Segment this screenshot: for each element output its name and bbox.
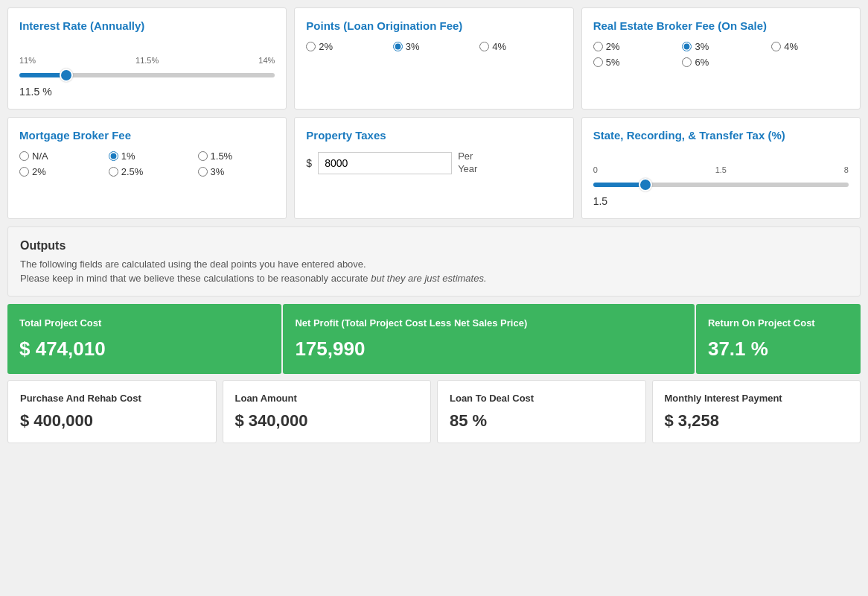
outputs-note-italic: but they are just estimates. — [371, 273, 486, 284]
transfer-tax-max-label: 8 — [844, 165, 849, 174]
property-tax-input[interactable] — [318, 152, 452, 174]
points-card: Points (Loan Origination Fee) 2% 3% 4% — [294, 7, 573, 110]
property-tax-input-group: $ PerYear — [306, 150, 561, 176]
points-option-3pct[interactable]: 3% — [393, 41, 475, 52]
points-radio-group: 2% 3% 4% — [306, 41, 561, 52]
mortgage-radio-1pct[interactable] — [109, 151, 118, 161]
points-option-2pct[interactable]: 2% — [306, 41, 388, 52]
net-profit-title: Net Profit (Total Project Cost Less Net … — [295, 317, 683, 330]
mortgage-option-2pct[interactable]: 2% — [19, 166, 97, 177]
loan-amount-title: Loan Amount — [235, 393, 419, 404]
broker-fee-radio-group: 2% 3% 4% 5% 6% — [593, 41, 849, 68]
mortgage-option-3pct[interactable]: 3% — [198, 166, 275, 177]
mortgage-broker-card: Mortgage Broker Fee N/A 1% 1.5% 2% — [7, 117, 287, 219]
loan-to-deal-title: Loan To Deal Cost — [450, 393, 634, 404]
broker-fee-option-2pct[interactable]: 2% — [593, 41, 671, 52]
mortgage-broker-title: Mortgage Broker Fee — [19, 129, 275, 142]
mortgage-option-2_5pct[interactable]: 2.5% — [109, 166, 186, 177]
broker-radio-4pct[interactable] — [771, 42, 781, 51]
green-cards-row: Total Project Cost $ 474,010 Net Profit … — [7, 304, 861, 374]
outputs-section: Outputs The following fields are calcula… — [7, 226, 861, 297]
interest-rate-slider-container: 11% 11.5% 14% — [19, 41, 275, 80]
monthly-interest-title: Monthly Interest Payment — [665, 393, 849, 404]
property-taxes-title: Property Taxes — [306, 129, 561, 142]
broker-fee-option-3pct[interactable]: 3% — [682, 41, 759, 52]
net-profit-value: 175,990 — [295, 337, 683, 361]
loan-amount-value: $ 340,000 — [235, 411, 419, 431]
property-taxes-card: Property Taxes $ PerYear — [294, 117, 573, 219]
net-profit-card: Net Profit (Total Project Cost Less Net … — [283, 304, 695, 374]
interest-rate-value: 11.5 — [19, 86, 39, 98]
purchase-rehab-title: Purchase And Rehab Cost — [20, 393, 204, 404]
points-radio-3pct[interactable] — [393, 42, 403, 51]
mortgage-broker-radio-group: N/A 1% 1.5% 2% 2.5% — [19, 150, 275, 177]
interest-rate-slider[interactable] — [19, 73, 275, 77]
loan-to-deal-value: 85 % — [450, 411, 634, 431]
outputs-note-prefix: Please keep in mind that we believe thes… — [20, 273, 371, 284]
mortgage-radio-2pct[interactable] — [19, 167, 29, 177]
bottom-cards-row: Purchase And Rehab Cost $ 400,000 Loan A… — [7, 380, 861, 443]
broker-fee-option-5pct[interactable]: 5% — [593, 57, 671, 68]
points-radio-4pct[interactable] — [479, 42, 489, 51]
mortgage-radio-1_5pct[interactable] — [198, 151, 208, 161]
mortgage-radio-2_5pct[interactable] — [109, 167, 118, 177]
interest-rate-max-label: 14% — [258, 56, 275, 65]
mortgage-radio-3pct[interactable] — [198, 167, 208, 177]
transfer-tax-mid-label: 1.5 — [715, 165, 727, 174]
transfer-tax-labels: 0 1.5 8 — [593, 165, 849, 174]
broker-radio-5pct[interactable] — [593, 57, 603, 67]
mortgage-option-na[interactable]: N/A — [19, 150, 97, 162]
points-title: Points (Loan Origination Fee) — [306, 19, 561, 32]
transfer-tax-card: State, Recording, & Transfer Tax (%) 0 1… — [581, 117, 861, 219]
total-project-cost-value: $ 474,010 — [19, 337, 269, 361]
transfer-tax-value: 1.5 — [593, 195, 607, 207]
transfer-tax-title: State, Recording, & Transfer Tax (%) — [593, 129, 849, 142]
transfer-tax-slider[interactable] — [593, 183, 849, 187]
outputs-title: Outputs — [20, 239, 848, 253]
points-option-4pct[interactable]: 4% — [479, 41, 561, 52]
broker-radio-2pct[interactable] — [593, 42, 603, 51]
transfer-tax-value-display: 1.5 — [593, 195, 849, 207]
return-on-project-cost-title: Return On Project Cost — [708, 317, 849, 330]
interest-rate-title: Interest Rate (Annually) — [19, 19, 275, 32]
purchase-rehab-value: $ 400,000 — [20, 411, 204, 431]
broker-fee-card: Real Estate Broker Fee (On Sale) 2% 3% 4… — [581, 7, 861, 110]
total-project-cost-title: Total Project Cost — [19, 317, 269, 330]
outputs-desc: The following fields are calculated usin… — [20, 259, 848, 270]
total-project-cost-card: Total Project Cost $ 474,010 — [7, 304, 281, 374]
interest-rate-min-label: 11% — [19, 56, 36, 65]
return-on-project-cost-card: Return On Project Cost 37.1 % — [696, 304, 861, 374]
broker-radio-3pct[interactable] — [682, 42, 692, 51]
transfer-tax-min-label: 0 — [593, 165, 598, 174]
interest-rate-value-display: 11.5 % — [19, 86, 275, 98]
transfer-tax-slider-container: 0 1.5 8 — [593, 150, 849, 189]
per-year-label: PerYear — [458, 150, 477, 176]
interest-rate-unit: % — [42, 86, 51, 98]
mortgage-option-1_5pct[interactable]: 1.5% — [198, 150, 275, 162]
mortgage-option-1pct[interactable]: 1% — [109, 150, 186, 162]
points-radio-2pct[interactable] — [306, 42, 316, 51]
broker-fee-option-4pct[interactable]: 4% — [771, 41, 849, 52]
monthly-interest-card: Monthly Interest Payment $ 3,258 — [652, 380, 861, 443]
monthly-interest-value: $ 3,258 — [665, 411, 849, 431]
broker-radio-6pct[interactable] — [682, 57, 692, 67]
purchase-rehab-card: Purchase And Rehab Cost $ 400,000 — [7, 380, 217, 443]
return-on-project-cost-value: 37.1 % — [708, 337, 849, 361]
mortgage-radio-na[interactable] — [19, 151, 29, 161]
property-tax-prefix: $ — [306, 157, 312, 169]
broker-fee-title: Real Estate Broker Fee (On Sale) — [593, 19, 849, 32]
outputs-note: Please keep in mind that we believe thes… — [20, 273, 848, 284]
interest-rate-mid-label: 11.5% — [135, 56, 159, 65]
loan-amount-card: Loan Amount $ 340,000 — [223, 380, 432, 443]
broker-fee-option-6pct[interactable]: 6% — [682, 57, 759, 68]
interest-rate-card: Interest Rate (Annually) 11% 11.5% 14% 1… — [7, 7, 287, 110]
interest-rate-labels: 11% 11.5% 14% — [19, 56, 275, 65]
loan-to-deal-card: Loan To Deal Cost 85 % — [437, 380, 646, 443]
